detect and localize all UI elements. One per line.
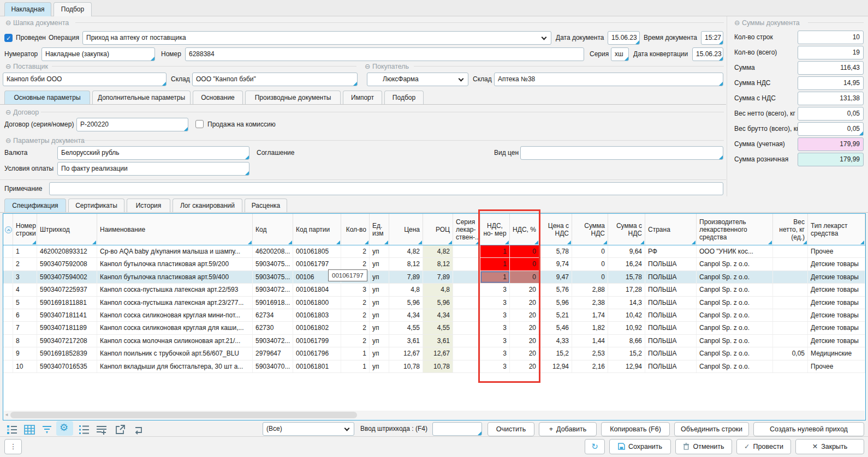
cell-producer[interactable]: Canpol Sp. z o.o. — [697, 360, 773, 372]
add-button[interactable]: +Добавить — [539, 422, 597, 436]
doc-time-field[interactable]: 15:27 — [701, 31, 723, 45]
reload-rows-icon[interactable] — [133, 424, 145, 435]
cell-price-with-vat[interactable]: 4,33 — [539, 335, 572, 347]
supplier-name-field[interactable]: Канпол бэби ООО — [3, 73, 167, 86]
cell-roc[interactable]: 4,34 — [423, 309, 453, 321]
column-header-batch-code[interactable]: Код партии — [293, 214, 341, 245]
table-row[interactable]: 95901691852839Канпол поильник с трубочко… — [3, 347, 865, 360]
tab-history[interactable]: История — [127, 199, 170, 213]
cell-vat-sum[interactable]: 0 — [572, 258, 608, 270]
cell-price-with-vat[interactable]: 15,2 — [539, 347, 572, 359]
cell-country[interactable]: ПОЛЬША — [645, 258, 697, 270]
column-header-series[interactable]: Серия лекар- ствен-... — [453, 214, 480, 245]
posted-checkbox[interactable]: ✓ — [4, 34, 13, 42]
cell-price[interactable]: 12,67 — [389, 347, 423, 359]
cell-qty[interactable]: 2 — [341, 309, 370, 321]
cell-batch-code[interactable]: 001061800 — [293, 297, 341, 309]
cell-batch-code[interactable]: 001061797 — [293, 258, 341, 270]
cell-vat-percent[interactable]: 20 — [510, 360, 539, 372]
cell-code[interactable]: 59034072... — [253, 335, 293, 347]
cell-batch-code[interactable]: 001061803 — [293, 309, 341, 321]
cell-country[interactable]: ПОЛЬША — [645, 360, 697, 372]
conversion-date-field[interactable]: 15.06.23 — [692, 47, 723, 61]
cell-vat-percent[interactable]: 0 — [510, 258, 539, 270]
price-type-field[interactable] — [520, 146, 723, 160]
cell-name[interactable]: Канпол соска силиконовая круглая мини-по… — [97, 309, 253, 321]
column-header-code[interactable]: Код — [253, 214, 293, 245]
cell-row-number[interactable]: 9 — [13, 347, 37, 359]
filter-triangle-icon[interactable] — [803, 240, 807, 244]
cell-row-number[interactable]: 6 — [13, 309, 37, 321]
cell-drug-type[interactable]: Детские товары — [808, 335, 865, 347]
cell-barcode[interactable]: 5903407594002 — [37, 271, 97, 283]
cell-price-with-vat[interactable]: 9,47 — [539, 271, 572, 283]
cell-price[interactable]: 4,82 — [389, 245, 423, 257]
cell-sum-with-vat[interactable]: 14,3 — [608, 297, 645, 309]
tab-derived-docs[interactable]: Производные документы — [245, 91, 341, 105]
cell-price[interactable]: 7,89 — [389, 271, 423, 283]
row-indicator-cell[interactable] — [3, 309, 13, 321]
cell-producer[interactable]: Canpol Sp. z o.o. — [697, 284, 773, 296]
row-indicator-cell[interactable] — [3, 284, 13, 296]
cell-unit[interactable]: уп — [370, 335, 389, 347]
cell-roc[interactable]: 8,12 — [423, 258, 453, 270]
cell-country[interactable]: РФ — [645, 245, 697, 257]
tab-scan-log[interactable]: Лог сканирований — [173, 199, 242, 213]
cell-unit[interactable]: уп — [370, 245, 389, 257]
cell-name[interactable]: Ср-во AQA baby д/купания малыша и шампу.… — [97, 245, 253, 257]
table-row[interactable]: 25903407592008Канпол бутылочка пластиков… — [3, 258, 865, 270]
column-header-price[interactable]: Цена — [389, 214, 423, 245]
cell-country[interactable]: ПОЛЬША — [645, 297, 697, 309]
cell-qty[interactable]: 2 — [341, 245, 370, 257]
cell-row-number[interactable]: 7 — [13, 322, 37, 334]
cell-vat-number[interactable]: 3 — [480, 347, 510, 359]
column-header-roc[interactable]: РОЦ — [423, 214, 453, 245]
cell-batch-code[interactable]: 001061805 — [293, 245, 341, 257]
filter-triangle-icon[interactable] — [860, 240, 864, 244]
cell-series[interactable] — [453, 297, 480, 309]
table-row[interactable]: 105903407016535Канпол вкладыши для бюстг… — [3, 360, 865, 373]
cell-row-number[interactable]: 8 — [13, 335, 37, 347]
filter-triangle-icon[interactable] — [603, 240, 607, 244]
cell-series[interactable] — [453, 335, 480, 347]
cell-series[interactable] — [453, 245, 480, 257]
cell-name[interactable]: Канпол бутылочка пластиковая арт.59/200 — [97, 258, 253, 270]
cell-batch-code[interactable]: 001061796 — [293, 347, 341, 359]
note-field[interactable] — [49, 182, 723, 195]
cell-price-with-vat[interactable]: 5,46 — [539, 322, 572, 334]
cell-vat-percent[interactable]: 0 — [510, 271, 539, 283]
cell-producer[interactable]: Canpol Sp. z o.o. — [697, 335, 773, 347]
cell-price[interactable]: 4,8 — [389, 284, 423, 296]
grid-view-icon[interactable] — [24, 424, 36, 435]
column-header-sum-with-vat[interactable]: Сумма с НДС — [608, 214, 645, 245]
cell-name[interactable]: Канпол соска силиконовая круглая для каш… — [97, 322, 253, 334]
cell-name[interactable]: Канпол поильник с трубочкой арт.56/607_B… — [97, 347, 253, 359]
cell-name[interactable]: Канпол соска-пустышка латексная арт.23/2… — [97, 297, 253, 309]
cell-vat-number[interactable]: 3 — [480, 360, 510, 372]
filter-triangle-icon[interactable] — [475, 240, 479, 244]
cell-net-weight[interactable]: 0,05 — [773, 347, 808, 359]
cell-qty[interactable]: 2 — [341, 335, 370, 347]
filter-triangle-icon[interactable] — [692, 240, 695, 244]
cell-roc[interactable]: 4,55 — [423, 322, 453, 334]
cell-price-with-vat[interactable]: 12,94 — [539, 360, 572, 372]
column-header-producer[interactable]: Производитель лекарственного средства — [697, 214, 773, 245]
cell-unit[interactable]: уп — [370, 360, 389, 372]
cell-vat-percent[interactable]: 20 — [510, 309, 539, 321]
cell-sum-with-vat[interactable]: 17,28 — [608, 284, 645, 296]
group-title-header[interactable]: ⊖ Шапка документа — [5, 19, 69, 27]
cell-producer[interactable]: Canpol Sp. z o.o. — [697, 258, 773, 270]
cell-barcode[interactable]: 4620020893312 — [37, 245, 97, 257]
cell-barcode[interactable]: 5903407181141 — [37, 309, 97, 321]
settings-gear-icon[interactable]: ⚙ — [60, 422, 68, 434]
cell-barcode[interactable]: 5903407217208 — [37, 335, 97, 347]
tab-selection-2[interactable]: Подбор — [384, 91, 424, 105]
row-indicator-cell[interactable] — [3, 245, 13, 257]
cell-sum-with-vat[interactable]: 16,24 — [608, 258, 645, 270]
cell-price[interactable]: 4,34 — [389, 309, 423, 321]
cell-unit[interactable]: уп — [370, 284, 389, 296]
cell-drug-type[interactable]: Детские товары — [808, 297, 865, 309]
cell-net-weight[interactable] — [773, 297, 808, 309]
filter-triangle-icon[interactable] — [365, 240, 368, 244]
cell-net-weight[interactable] — [773, 360, 808, 372]
